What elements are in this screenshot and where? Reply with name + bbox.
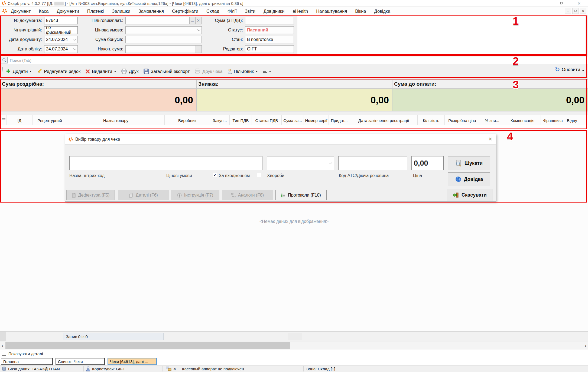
retail-sum-value: 0,00	[0, 89, 196, 111]
column-manufacturer[interactable]: Виробник	[165, 115, 210, 125]
menu-kasa[interactable]: Каса	[39, 9, 48, 14]
status-label: Статус:	[200, 26, 243, 34]
atc-code-input[interactable]	[338, 156, 407, 170]
record-bar-cell	[288, 333, 302, 340]
mdi-close-button[interactable]: ×	[580, 8, 586, 14]
dialog-separator	[65, 188, 496, 188]
product-name-input[interactable]	[69, 156, 262, 170]
show-details-checkbox[interactable]	[2, 352, 6, 356]
scroll-right-arrow[interactable]: ›	[583, 342, 588, 349]
cash-device-status: Кассовый аппарат не подключен	[182, 366, 244, 372]
toolbar-grip[interactable]	[2, 67, 3, 75]
menu-payments[interactable]: Платежі	[87, 9, 104, 14]
menu-reports[interactable]: Звіти	[245, 9, 255, 14]
defect-button[interactable]: Дефектура (F5)	[66, 190, 115, 200]
mdi-restore-button[interactable]	[572, 8, 579, 14]
account-date-label: Дата обліку:	[1, 45, 42, 53]
print-receipt-button[interactable]: Друк чека	[194, 69, 223, 74]
analogs-button[interactable]: Аналоги (F8)	[222, 190, 272, 200]
disease-combo[interactable]	[267, 156, 334, 170]
menu-ehealth[interactable]: eHealth	[293, 9, 308, 14]
export-button[interactable]: Загальний експорт	[144, 69, 190, 74]
refresh-button[interactable]: ↻ Оновити	[555, 67, 584, 72]
red-x-icon	[85, 69, 90, 74]
column-retail-price[interactable]: Роздрібна ціна	[445, 115, 480, 125]
column-series-number[interactable]: Номер серії	[304, 115, 329, 125]
connections-status: 4	[166, 366, 176, 372]
printer-icon	[121, 69, 127, 74]
secondary-checkbox[interactable]	[257, 173, 261, 177]
minimize-button[interactable]: –	[534, 0, 552, 7]
bonus-sum-field[interactable]	[125, 36, 202, 43]
column-vat-rate[interactable]: Ставка ПДВ	[252, 115, 282, 125]
editor-field: GIFT	[245, 45, 294, 53]
user-status: Користувач: GIFT	[86, 366, 125, 372]
menu-branches[interactable]: Філії	[228, 9, 237, 14]
column-purchase[interactable]: Закуп...	[210, 115, 230, 125]
menu-certificates[interactable]: Сертифікати	[172, 9, 198, 14]
price-condition-combo[interactable]	[125, 26, 202, 34]
instruction-button[interactable]: Інструкція (F7)	[171, 190, 219, 200]
record-navigator-bar: Запис 0 із 0	[0, 331, 588, 341]
column-id[interactable]: ІД	[7, 115, 33, 125]
app-window: Скарб pro v. 4.0.2.77 [ІД:] - [Апт №003 …	[0, 0, 588, 372]
details-button[interactable]: Деталі (F6)	[118, 190, 169, 200]
user-status-label: Користувач: GIFT	[92, 367, 125, 371]
column-expiry[interactable]: Придат...	[329, 115, 350, 125]
column-dispense[interactable]: Відпу	[565, 115, 588, 125]
menu-document[interactable]: Документ	[11, 9, 31, 14]
tab-checks-active[interactable]: Чеки [64613], дані ...	[108, 358, 157, 365]
redacted-id-box	[54, 2, 64, 5]
menu-warehouse[interactable]: Склад	[206, 9, 219, 14]
no-data-text: <Немає даних для відображення>	[0, 219, 588, 224]
delete-button[interactable]: Видалити	[85, 69, 116, 74]
column-prescription[interactable]: Рецептурний	[33, 115, 67, 125]
chevron-down-icon	[329, 161, 332, 164]
column-registration-end-date[interactable]: Дата закінчення реєстрації	[350, 115, 418, 125]
column-vat-type[interactable]: Тип ПДВ	[230, 115, 252, 125]
scroll-left-arrow[interactable]: ‹	[0, 342, 5, 349]
column-discount-pct[interactable]: % зни...	[480, 115, 504, 125]
dialog-title-bar[interactable]: Вибір товару для чека ×	[65, 134, 496, 145]
menu-orders[interactable]: Замовлення	[138, 9, 164, 14]
search-product-button[interactable]: Шукати	[448, 156, 490, 170]
protocols-button[interactable]: Протоколи (F10)	[275, 190, 327, 200]
print-button[interactable]: Друк	[121, 69, 139, 74]
beneficiary-ellipsis-button[interactable]: ...	[189, 17, 196, 24]
scrollbar-thumb[interactable]	[5, 342, 290, 349]
close-button[interactable]: ×	[570, 0, 588, 7]
column-franchise[interactable]: Франшиза	[541, 115, 565, 125]
column-product-name[interactable]: Назва товару	[67, 115, 165, 125]
accum-sum-field[interactable]	[125, 45, 202, 53]
connections-count: 4	[174, 367, 176, 371]
mdi-minimize-button[interactable]: –	[565, 8, 571, 14]
column-sum[interactable]: Сума за...	[282, 115, 304, 125]
add-button[interactable]: Додати	[6, 69, 32, 74]
tab-home[interactable]: Головна	[1, 358, 53, 365]
dialog-close-icon[interactable]: ×	[489, 136, 492, 142]
column-compensation[interactable]: Компенсація	[504, 115, 541, 125]
menu-windows[interactable]: Вікна	[355, 9, 366, 14]
beneficiary-field[interactable]	[125, 17, 190, 24]
menu-directories[interactable]: Довідники	[264, 9, 284, 14]
entry-match-checkbox[interactable]: ✓	[213, 173, 217, 177]
menu-documents[interactable]: Документи	[57, 9, 79, 14]
search-bar[interactable]: Поиск (Tab)	[0, 56, 588, 64]
window-title-suffix: ] - [Апт №003 смт.Баришівка, вул.Київськ…	[65, 1, 243, 6]
column-quantity[interactable]: Кількість	[418, 115, 445, 125]
restore-button[interactable]	[552, 0, 570, 7]
edit-row-button[interactable]: Редагувати рядок	[37, 69, 80, 74]
sum-vat-field[interactable]	[245, 17, 294, 24]
menu-help[interactable]: Довідка	[374, 9, 390, 14]
horizontal-scrollbar[interactable]: ‹ ›	[0, 342, 588, 349]
show-details-label: Показувати деталі	[8, 351, 43, 356]
beneficiary-button[interactable]: Пільговик	[228, 69, 258, 74]
price-input[interactable]: 0,00	[411, 156, 444, 170]
menu-settings[interactable]: Налаштування	[316, 9, 347, 14]
tab-list-checks[interactable]: Список: Чеки	[56, 358, 105, 365]
cancel-button[interactable]: Скасувати	[447, 189, 492, 201]
view-options-button[interactable]	[263, 69, 271, 73]
menu-stock[interactable]: Залишки	[112, 9, 130, 14]
instruction-button-label: Інструкція (F7)	[184, 193, 213, 198]
reference-button[interactable]: Довідка	[448, 172, 490, 186]
